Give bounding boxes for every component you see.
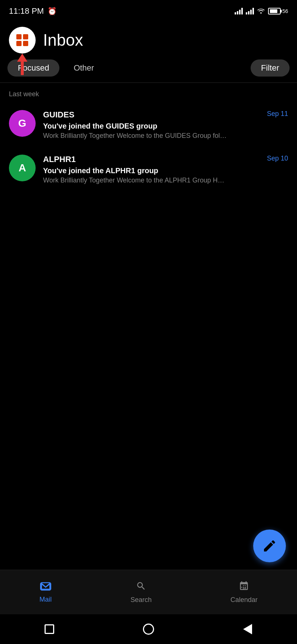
filter-button[interactable]: Filter: [251, 59, 290, 77]
tab-other[interactable]: Other: [63, 59, 104, 77]
search-nav-label: Search: [130, 596, 151, 604]
email-item-alphr1[interactable]: A ALPHR1 Sep 10 You've joined the ALPHR1…: [0, 147, 297, 192]
compose-icon: [262, 538, 277, 553]
nav-item-mail[interactable]: Mail: [25, 577, 66, 607]
home-icon: [143, 624, 154, 635]
alarm-icon: ⏰: [48, 7, 57, 16]
header: Inbox: [0, 21, 297, 58]
email-subject-alphr1: You've joined the ALPHR1 group: [43, 166, 288, 175]
email-header-alphr1: ALPHR1 Sep 10: [43, 155, 288, 164]
email-date-alphr1: Sep 10: [267, 155, 288, 162]
back-icon: [243, 624, 252, 634]
avatar-alphr1: A: [9, 155, 36, 181]
page-title: Inbox: [43, 31, 83, 49]
tabs-row: Focused Other Filter: [0, 58, 297, 82]
signal-bars-1: [235, 8, 243, 14]
email-header-guides: GUIDES Sep 11: [43, 110, 288, 120]
system-square-button[interactable]: [43, 622, 56, 636]
system-back-button[interactable]: [241, 622, 254, 636]
signal-bars-2: [246, 8, 254, 14]
battery-percent: 56: [282, 8, 288, 14]
email-sender-alphr1: ALPHR1: [43, 155, 76, 164]
calendar-nav-label: Calendar: [231, 596, 258, 604]
email-subject-guides: You've joined the GUIDES group: [43, 122, 288, 130]
nav-item-search[interactable]: Search: [115, 577, 166, 608]
nav-item-calendar[interactable]: 14 Calendar: [216, 577, 272, 608]
status-bar: 11:18 PM ⏰ 56: [0, 0, 297, 21]
email-sender-guides: GUIDES: [43, 110, 74, 120]
svg-rect-4: [23, 41, 28, 46]
mail-icon: [40, 581, 51, 593]
status-icons: 56: [235, 7, 288, 16]
search-icon: [136, 581, 146, 594]
red-arrow: [17, 54, 27, 75]
section-label: Last week: [0, 83, 297, 103]
office-logo: [14, 32, 30, 48]
square-icon: [45, 624, 54, 634]
email-content-alphr1: ALPHR1 Sep 10 You've joined the ALPHR1 g…: [43, 155, 288, 184]
svg-rect-3: [16, 41, 22, 46]
compose-fab[interactable]: [253, 530, 286, 562]
wifi-icon: [257, 7, 265, 16]
svg-text:14: 14: [243, 586, 247, 590]
status-time: 11:18 PM: [9, 6, 44, 16]
email-preview-alphr1: Work Brilliantly Together Welcome to the…: [43, 177, 288, 184]
calendar-icon: 14: [239, 581, 249, 594]
email-content-guides: GUIDES Sep 11 You've joined the GUIDES g…: [43, 110, 288, 140]
system-home-button[interactable]: [142, 622, 155, 636]
system-nav: [0, 614, 297, 644]
bottom-nav: Mail Search 14 Calendar: [0, 570, 297, 614]
svg-rect-1: [16, 34, 22, 39]
svg-rect-2: [23, 34, 28, 39]
tab-focused[interactable]: Focused: [7, 59, 59, 77]
status-time-group: 11:18 PM ⏰: [9, 6, 57, 16]
email-date-guides: Sep 11: [267, 110, 288, 118]
app-icon[interactable]: [9, 27, 36, 54]
battery-icon: [268, 8, 281, 14]
mail-nav-label: Mail: [39, 596, 52, 603]
avatar-guides: G: [9, 110, 36, 137]
email-preview-guides: Work Brilliantly Together Welcome to the…: [43, 132, 288, 140]
email-item-guides[interactable]: G GUIDES Sep 11 You've joined the GUIDES…: [0, 103, 297, 147]
email-list: G GUIDES Sep 11 You've joined the GUIDES…: [0, 103, 297, 192]
battery: 56: [268, 8, 288, 14]
